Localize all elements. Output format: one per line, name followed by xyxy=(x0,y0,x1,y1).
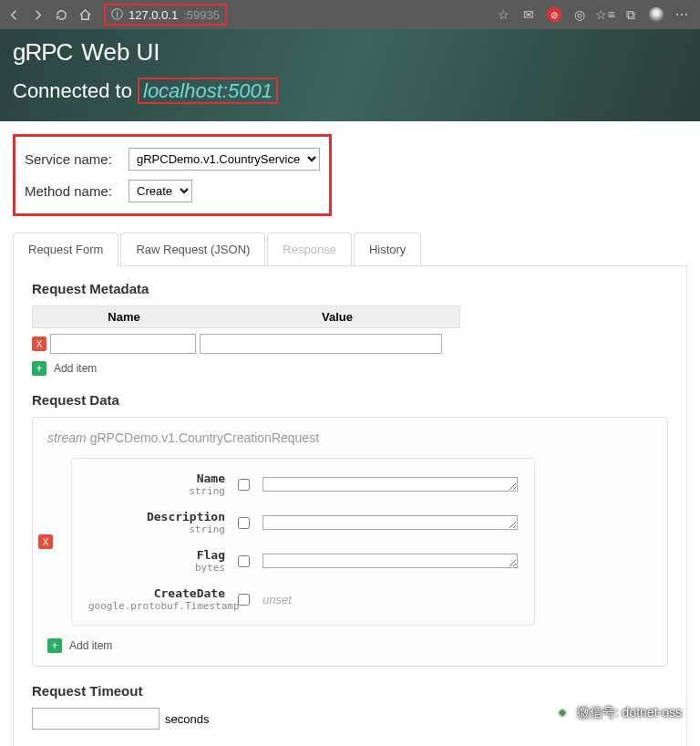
connected-host: localhost:5001 xyxy=(138,78,278,104)
field-value-input[interactable] xyxy=(262,515,518,530)
home-icon[interactable] xyxy=(77,6,93,23)
field-enable-checkbox[interactable] xyxy=(238,479,250,491)
tab-request-form[interactable]: Request Form xyxy=(13,233,118,266)
metadata-col-name: Name xyxy=(33,306,215,327)
refresh-icon[interactable] xyxy=(53,6,69,23)
method-name-select[interactable]: Create xyxy=(129,180,192,202)
field-enable-checkbox[interactable] xyxy=(238,555,250,567)
metadata-value-input[interactable] xyxy=(200,334,442,354)
favorites-icon[interactable]: ☆≡ xyxy=(598,7,612,22)
add-metadata-button[interactable]: + xyxy=(32,361,46,376)
add-data-item-label: Add item xyxy=(69,639,112,652)
field-value-input[interactable] xyxy=(262,477,518,492)
field-type: google.protobuf.Timestamp xyxy=(88,600,225,612)
add-data-item-button[interactable]: + xyxy=(47,638,62,653)
field-row: Flagbytes xyxy=(88,548,518,574)
field-enable-checkbox[interactable] xyxy=(238,594,250,606)
timeout-unit: seconds xyxy=(165,712,209,726)
field-name: Description xyxy=(147,510,225,523)
metadata-col-value: Value xyxy=(215,306,459,327)
profile-avatar[interactable] xyxy=(649,7,664,22)
page-header: gRPC Web UI Connected to localhost:5001 xyxy=(0,29,700,121)
field-row: Descriptionstring xyxy=(88,510,518,535)
circle-icon[interactable]: ◎ xyxy=(572,7,587,22)
field-unset-label: unset xyxy=(262,593,292,606)
browser-toolbar: ⓘ 127.0.0.1:59935 ☆ ✉ ⊘ ◎ ☆≡ ⧉ ⋯ xyxy=(0,0,700,29)
page-title: Web UI xyxy=(81,38,160,67)
tab-response: Response xyxy=(267,233,352,265)
field-type: bytes xyxy=(88,562,225,574)
url-bar[interactable]: ⓘ 127.0.0.1:59935 xyxy=(104,4,227,26)
field-type: string xyxy=(88,523,225,535)
mail-icon[interactable]: ✉ xyxy=(521,7,536,22)
tab-raw-request[interactable]: Raw Request (JSON) xyxy=(120,233,265,265)
field-row: Namestring xyxy=(88,471,518,497)
tab-bar: Request Form Raw Request (JSON) Response… xyxy=(13,233,687,266)
field-row: CreateDategoogle.protobuf.Timestamp unse… xyxy=(88,586,518,612)
back-icon[interactable] xyxy=(5,6,22,23)
timeout-heading: Request Timeout xyxy=(32,683,668,699)
field-name: Name xyxy=(197,471,225,485)
tab-history[interactable]: History xyxy=(354,233,421,265)
add-metadata-label: Add item xyxy=(54,362,97,375)
connected-label: Connected to xyxy=(13,79,132,102)
service-selection-box: Service name: gRPCDemo.v1.CountryService… xyxy=(13,134,332,216)
metadata-name-input[interactable] xyxy=(50,334,196,354)
field-enable-checkbox[interactable] xyxy=(238,517,250,529)
forward-icon[interactable] xyxy=(29,6,46,23)
field-type: string xyxy=(88,485,225,497)
field-value-input[interactable] xyxy=(262,554,518,568)
remove-metadata-button[interactable]: X xyxy=(32,337,46,351)
stream-label: stream gRPCDemo.v1.CountryCreationReques… xyxy=(47,430,653,445)
timeout-input[interactable] xyxy=(32,708,160,730)
service-name-select[interactable]: gRPCDemo.v1.CountryService xyxy=(129,148,320,171)
field-group: Namestring Descriptionstring Flagbytes xyxy=(71,458,535,626)
more-icon[interactable]: ⋯ xyxy=(674,7,689,22)
field-name: CreateDate xyxy=(154,586,225,600)
grpc-logo: gRPC xyxy=(13,38,72,67)
field-name: Flag xyxy=(197,548,225,562)
url-port: :59935 xyxy=(183,8,220,22)
star-icon[interactable]: ☆ xyxy=(496,7,510,22)
info-icon: ⓘ xyxy=(111,6,123,23)
method-name-label: Method name: xyxy=(25,183,119,199)
metadata-header: Name Value xyxy=(32,306,460,328)
request-data-box: stream gRPCDemo.v1.CountryCreationReques… xyxy=(32,417,668,667)
service-name-label: Service name: xyxy=(25,151,119,167)
tab-content: Request Metadata Name Value X + Add item… xyxy=(13,266,687,746)
data-heading: Request Data xyxy=(32,392,668,408)
wechat-icon: ✦ xyxy=(553,704,571,722)
collections-icon[interactable]: ⧉ xyxy=(623,7,638,22)
watermark: ✦ 微信号: dotnet-oss xyxy=(553,704,682,722)
metadata-heading: Request Metadata xyxy=(32,281,668,296)
blocker-icon[interactable]: ⊘ xyxy=(547,7,561,22)
url-host: 127.0.0.1 xyxy=(129,8,178,22)
remove-item-button[interactable]: X xyxy=(38,534,53,549)
metadata-row: X xyxy=(32,334,460,354)
